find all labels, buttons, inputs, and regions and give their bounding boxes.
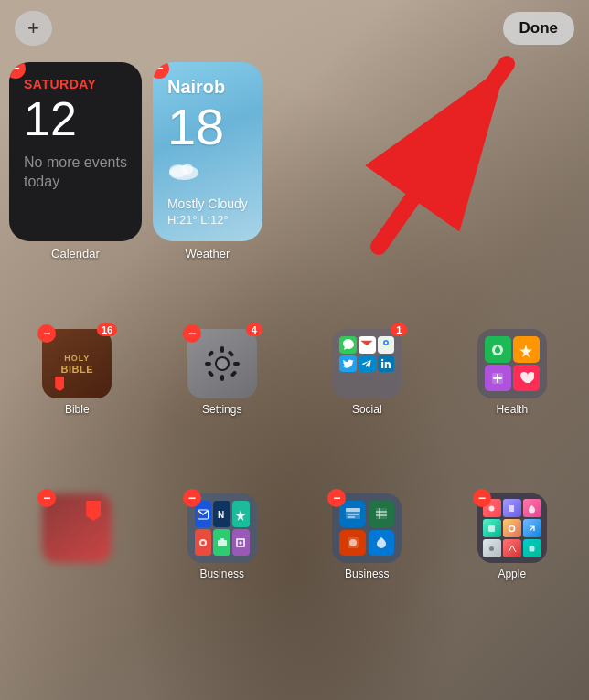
mini-b1-2: N	[213, 501, 230, 527]
mini-b1-6	[232, 529, 250, 556]
weather-widget-container: − Nairob 18 Mostly Cloudy H:21° L:12° We…	[153, 62, 262, 260]
bible-label: Bible	[65, 403, 90, 416]
mini-h4	[513, 365, 540, 391]
svg-point-20	[381, 359, 383, 361]
apple-remove[interactable]: −	[473, 489, 491, 507]
svg-point-33	[489, 505, 495, 511]
mini-telegram	[359, 355, 376, 373]
apps-row-2: − − N	[9, 493, 580, 580]
calendar-label: Calendar	[9, 247, 142, 260]
health-folder-icon	[477, 329, 547, 398]
calendar-widget[interactable]: − SATURDAY 12 No more eventstoday	[9, 62, 142, 241]
gear-svg	[203, 345, 241, 383]
bible-badge: 16	[97, 323, 117, 336]
mini-b1-3	[232, 501, 250, 527]
svg-point-32	[349, 539, 357, 546]
mini-b1-4	[195, 529, 212, 556]
svg-rect-37	[530, 546, 535, 551]
mini-h2	[513, 336, 540, 363]
weather-label: Weather	[153, 247, 262, 260]
health-label: Health	[496, 403, 528, 416]
social-label: Social	[352, 403, 382, 416]
weather-hi-lo: H:21° L:12°	[167, 213, 248, 227]
apple-app[interactable]: −	[444, 493, 581, 580]
svg-rect-7	[220, 375, 224, 381]
weather-widget[interactable]: − Nairob 18 Mostly Cloudy H:21° L:12°	[153, 62, 262, 241]
settings-app[interactable]: − 4 S	[155, 329, 291, 416]
bible-app[interactable]: − HOLY BIBLE 16 Bible	[9, 329, 145, 416]
apple-label: Apple	[498, 567, 526, 580]
svg-point-36	[489, 546, 494, 551]
settings-remove[interactable]: −	[183, 324, 201, 343]
business1-label: Business	[199, 567, 244, 580]
mini-gmail	[359, 336, 376, 354]
top-bar: + Done	[0, 11, 589, 46]
svg-rect-12	[227, 350, 234, 357]
svg-point-26	[201, 541, 205, 545]
blurred-app[interactable]: −	[9, 493, 145, 580]
mini-b1-5	[213, 529, 230, 556]
weather-city: Nairob	[167, 77, 248, 98]
svg-rect-10	[207, 350, 214, 357]
mini-a8	[503, 539, 521, 557]
calendar-day-number: 12	[24, 95, 127, 143]
svg-point-4	[182, 164, 193, 175]
svg-rect-6	[220, 346, 224, 353]
svg-rect-28	[220, 538, 224, 541]
svg-rect-19	[381, 362, 383, 368]
business2-label: Business	[345, 567, 390, 580]
svg-point-18	[385, 342, 387, 344]
mini-linkedin	[378, 355, 395, 373]
mini-b2-1	[339, 501, 366, 527]
settings-badge: 4	[246, 323, 262, 336]
mini-h3	[485, 365, 511, 391]
business1-app[interactable]: − N	[155, 493, 291, 580]
calendar-no-events: No more eventstoday	[24, 154, 127, 192]
svg-rect-9	[233, 362, 240, 366]
mini-b2-4	[369, 530, 395, 557]
svg-point-35	[509, 525, 515, 531]
weather-cloud-icon	[167, 160, 200, 182]
add-widget-button[interactable]: +	[15, 11, 52, 46]
business2-app[interactable]: − Business	[299, 493, 435, 580]
social-badge: 1	[391, 323, 407, 336]
bible-holy-text: HOLY	[64, 354, 90, 363]
mini-a4	[483, 519, 501, 537]
social-folder-icon	[332, 329, 402, 398]
svg-rect-34	[488, 525, 495, 532]
bible-bible-text: BIBLE	[61, 364, 94, 375]
weather-condition: Mostly Cloudy	[167, 196, 248, 211]
weather-temp: 18	[167, 101, 248, 153]
mini-a5	[503, 519, 521, 537]
svg-text:N: N	[218, 510, 224, 520]
svg-rect-11	[230, 370, 237, 377]
svg-rect-30	[346, 508, 360, 512]
mini-b2-3	[339, 530, 366, 557]
mini-a6	[523, 519, 541, 537]
mini-maps	[378, 336, 395, 354]
mini-twitter	[339, 355, 357, 373]
bible-bookmark	[55, 377, 64, 391]
widgets-row: − SATURDAY 12 No more eventstoday Calend…	[9, 62, 580, 260]
mini-a3	[523, 499, 541, 517]
mini-a9	[523, 539, 541, 557]
mini-h1	[485, 336, 511, 363]
svg-rect-27	[218, 540, 227, 546]
business1-remove[interactable]: −	[183, 489, 201, 507]
mini-a7	[483, 539, 501, 557]
mini-b2-2	[369, 501, 395, 527]
svg-rect-8	[205, 362, 211, 366]
mini-messages	[339, 336, 357, 354]
calendar-day-name: SATURDAY	[24, 77, 127, 91]
svg-point-14	[217, 358, 228, 369]
calendar-widget-container: − SATURDAY 12 No more eventstoday Calend…	[9, 62, 142, 260]
svg-rect-13	[207, 370, 214, 377]
health-app[interactable]: Health	[444, 329, 581, 416]
mini-a2	[503, 499, 521, 517]
done-button[interactable]: Done	[503, 12, 575, 45]
apps-row-1: − HOLY BIBLE 16 Bible −	[9, 329, 580, 416]
social-app[interactable]: 1 Social	[299, 329, 435, 416]
settings-label: Settings	[202, 403, 241, 416]
